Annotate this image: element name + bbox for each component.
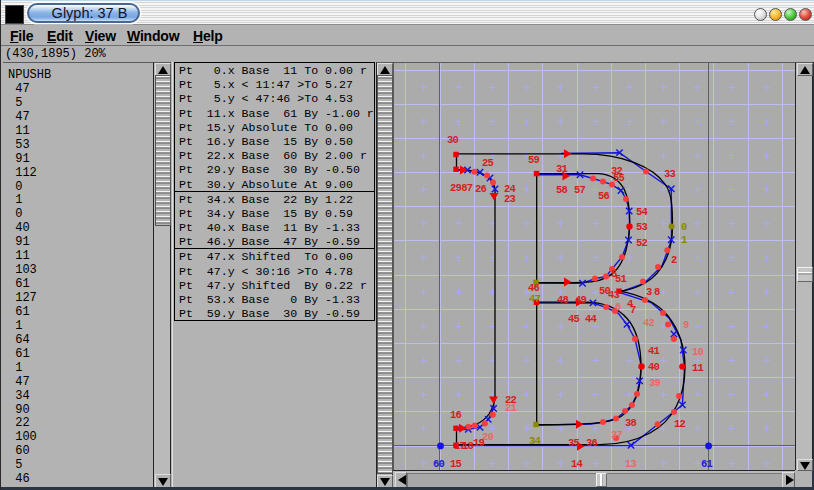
svg-text:26: 26 xyxy=(475,183,487,195)
svg-text:52: 52 xyxy=(636,237,648,249)
svg-text:10: 10 xyxy=(692,346,704,358)
svg-text:45: 45 xyxy=(568,313,580,325)
svg-text:25: 25 xyxy=(482,157,494,169)
svg-text:38: 38 xyxy=(625,417,637,429)
svg-text:37: 37 xyxy=(611,429,623,441)
svg-text:56: 56 xyxy=(598,190,610,202)
svg-text:30: 30 xyxy=(447,134,459,146)
svg-text:55: 55 xyxy=(613,172,625,184)
svg-text:40: 40 xyxy=(648,361,660,373)
svg-text:7: 7 xyxy=(630,304,636,316)
svg-text:2987: 2987 xyxy=(450,182,473,194)
svg-text:44: 44 xyxy=(585,313,597,325)
svg-text:8: 8 xyxy=(654,286,660,298)
svg-text:51: 51 xyxy=(615,273,627,285)
svg-text:1: 1 xyxy=(681,234,687,246)
svg-text:57: 57 xyxy=(574,184,586,196)
svg-text:54: 54 xyxy=(636,206,648,218)
svg-text:6: 6 xyxy=(615,301,621,313)
svg-text:43: 43 xyxy=(608,289,620,301)
svg-text:19: 19 xyxy=(473,437,485,449)
svg-text:15: 15 xyxy=(450,458,462,470)
svg-text:11: 11 xyxy=(692,362,704,374)
svg-text:61: 61 xyxy=(701,458,713,470)
svg-text:49: 49 xyxy=(575,294,587,306)
svg-text:31: 31 xyxy=(556,163,568,175)
svg-text:0: 0 xyxy=(681,221,687,233)
svg-text:33: 33 xyxy=(664,168,676,180)
svg-text:23: 23 xyxy=(504,193,516,205)
svg-text:17: 17 xyxy=(454,440,466,452)
svg-text:2: 2 xyxy=(671,254,677,266)
svg-text:21: 21 xyxy=(505,402,517,414)
svg-text:53: 53 xyxy=(636,221,648,233)
svg-text:39: 39 xyxy=(649,377,661,389)
svg-text:47: 47 xyxy=(529,293,541,305)
svg-text:36: 36 xyxy=(586,437,598,449)
svg-text:3: 3 xyxy=(646,286,652,298)
svg-text:59: 59 xyxy=(528,154,540,166)
svg-text:48: 48 xyxy=(557,294,569,306)
svg-text:60: 60 xyxy=(433,458,445,470)
svg-text:34: 34 xyxy=(529,435,541,447)
svg-text:58: 58 xyxy=(556,184,568,196)
svg-text:35: 35 xyxy=(568,437,580,449)
svg-text:12: 12 xyxy=(674,418,686,430)
svg-text:42: 42 xyxy=(643,317,655,329)
svg-text:14: 14 xyxy=(571,458,583,470)
svg-text:16: 16 xyxy=(450,409,462,421)
svg-text:9: 9 xyxy=(683,319,689,331)
svg-text:13: 13 xyxy=(625,458,637,470)
svg-text:41: 41 xyxy=(648,345,660,357)
